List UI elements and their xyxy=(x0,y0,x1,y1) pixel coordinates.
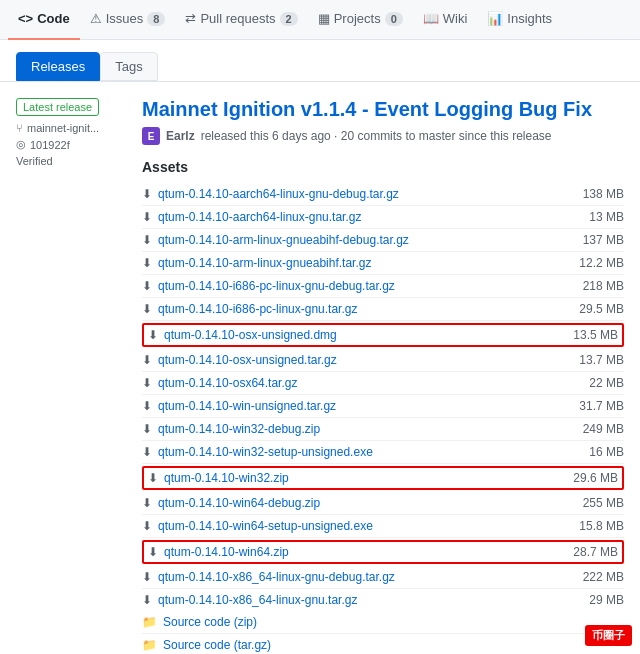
pulls-badge: 2 xyxy=(280,12,298,26)
asset-link[interactable]: qtum-0.14.10-win32.zip xyxy=(164,471,289,485)
asset-size: 137 MB xyxy=(569,233,624,247)
asset-row: ⬇qtum-0.14.10-win-unsigned.tar.gz31.7 MB xyxy=(142,395,624,418)
issues-badge: 8 xyxy=(147,12,165,26)
download-icon: ⬇ xyxy=(142,279,152,293)
release-title[interactable]: Mainnet Ignition v1.1.4 - Event Logging … xyxy=(142,98,624,121)
asset-link[interactable]: qtum-0.14.10-aarch64-linux-gnu.tar.gz xyxy=(158,210,361,224)
asset-size: 29.5 MB xyxy=(569,302,624,316)
asset-link[interactable]: qtum-0.14.10-win64-debug.zip xyxy=(158,496,320,510)
source-asset-row: 📁Source code (zip) xyxy=(142,611,624,634)
asset-row: ⬇qtum-0.14.10-i686-pc-linux-gnu-debug.ta… xyxy=(142,275,624,298)
asset-size: 218 MB xyxy=(569,279,624,293)
asset-link[interactable]: qtum-0.14.10-arm-linux-gnueabihf-debug.t… xyxy=(158,233,409,247)
nav-insights[interactable]: 📊 Insights xyxy=(477,0,562,40)
source-link[interactable]: Source code (zip) xyxy=(163,615,257,629)
download-icon: ⬇ xyxy=(142,376,152,390)
watermark: 币圈子 xyxy=(585,625,632,646)
download-icon: ⬇ xyxy=(148,328,158,342)
main-content: Latest release ⑂ mainnet-ignit... ◎ 1019… xyxy=(0,82,640,654)
download-icon: ⬇ xyxy=(142,233,152,247)
sidebar-commit: ◎ 101922f xyxy=(16,138,126,151)
download-icon: ⬇ xyxy=(142,593,152,607)
asset-size: 29.6 MB xyxy=(563,471,618,485)
asset-size: 15.8 MB xyxy=(569,519,624,533)
latest-release-badge: Latest release xyxy=(16,98,99,116)
asset-link[interactable]: qtum-0.14.10-x86_64-linux-gnu-debug.tar.… xyxy=(158,570,395,584)
release-sidebar: Latest release ⑂ mainnet-ignit... ◎ 1019… xyxy=(16,98,126,654)
asset-link[interactable]: qtum-0.14.10-i686-pc-linux-gnu.tar.gz xyxy=(158,302,357,316)
asset-size: 222 MB xyxy=(569,570,624,584)
author-avatar: E xyxy=(142,127,160,145)
release-meta-text: released this 6 days ago · 20 commits to… xyxy=(201,129,552,143)
download-icon: ⬇ xyxy=(142,256,152,270)
folder-icon: 📁 xyxy=(142,615,157,629)
nav-code[interactable]: <> Code xyxy=(8,0,80,40)
asset-link[interactable]: qtum-0.14.10-osx-unsigned.dmg xyxy=(164,328,337,342)
asset-link[interactable]: qtum-0.14.10-win32-debug.zip xyxy=(158,422,320,436)
sidebar-branch: ⑂ mainnet-ignit... xyxy=(16,122,126,134)
tags-tab[interactable]: Tags xyxy=(100,52,157,81)
source-assets-list: 📁Source code (zip)📁Source code (tar.gz) xyxy=(142,611,624,654)
asset-link[interactable]: qtum-0.14.10-osx-unsigned.tar.gz xyxy=(158,353,337,367)
releases-tab[interactable]: Releases xyxy=(16,52,100,81)
asset-size: 16 MB xyxy=(569,445,624,459)
asset-size: 28.7 MB xyxy=(563,545,618,559)
code-icon: <> xyxy=(18,11,33,26)
asset-row: ⬇qtum-0.14.10-arm-linux-gnueabihf-debug.… xyxy=(142,229,624,252)
release-detail: Mainnet Ignition v1.1.4 - Event Logging … xyxy=(142,98,624,654)
asset-row: ⬇qtum-0.14.10-win32.zip29.6 MB xyxy=(142,466,624,490)
nav-pulls[interactable]: ⇄ Pull requests 2 xyxy=(175,0,307,40)
source-link[interactable]: Source code (tar.gz) xyxy=(163,638,271,652)
asset-size: 31.7 MB xyxy=(569,399,624,413)
asset-row: ⬇qtum-0.14.10-win32-setup-unsigned.exe16… xyxy=(142,441,624,464)
asset-size: 255 MB xyxy=(569,496,624,510)
sidebar-verified: Verified xyxy=(16,155,126,167)
download-icon: ⬇ xyxy=(142,399,152,413)
asset-size: 29 MB xyxy=(569,593,624,607)
asset-link[interactable]: qtum-0.14.10-osx64.tar.gz xyxy=(158,376,297,390)
assets-section-title: Assets xyxy=(142,159,624,175)
asset-size: 22 MB xyxy=(569,376,624,390)
asset-size: 13.5 MB xyxy=(563,328,618,342)
asset-link[interactable]: qtum-0.14.10-win32-setup-unsigned.exe xyxy=(158,445,373,459)
asset-size: 249 MB xyxy=(569,422,624,436)
folder-icon: 📁 xyxy=(142,638,157,652)
asset-link[interactable]: qtum-0.14.10-x86_64-linux-gnu.tar.gz xyxy=(158,593,357,607)
nav-projects[interactable]: ▦ Projects 0 xyxy=(308,0,413,40)
top-nav: <> Code ⚠ Issues 8 ⇄ Pull requests 2 ▦ P… xyxy=(0,0,640,40)
asset-link[interactable]: qtum-0.14.10-win-unsigned.tar.gz xyxy=(158,399,336,413)
asset-size: 138 MB xyxy=(569,187,624,201)
wiki-icon: 📖 xyxy=(423,11,439,26)
author-name: Earlz xyxy=(166,129,195,143)
projects-badge: 0 xyxy=(385,12,403,26)
download-icon: ⬇ xyxy=(142,519,152,533)
asset-row: ⬇qtum-0.14.10-aarch64-linux-gnu-debug.ta… xyxy=(142,183,624,206)
asset-row: ⬇qtum-0.14.10-x86_64-linux-gnu.tar.gz29 … xyxy=(142,589,624,611)
asset-row: ⬇qtum-0.14.10-win64-debug.zip255 MB xyxy=(142,492,624,515)
source-asset-row: 📁Source code (tar.gz) xyxy=(142,634,624,654)
asset-link[interactable]: qtum-0.14.10-arm-linux-gnueabihf.tar.gz xyxy=(158,256,371,270)
download-icon: ⬇ xyxy=(148,545,158,559)
asset-row: ⬇qtum-0.14.10-win32-debug.zip249 MB xyxy=(142,418,624,441)
insights-icon: 📊 xyxy=(487,11,503,26)
asset-row: ⬇qtum-0.14.10-x86_64-linux-gnu-debug.tar… xyxy=(142,566,624,589)
assets-list: ⬇qtum-0.14.10-aarch64-linux-gnu-debug.ta… xyxy=(142,183,624,611)
asset-link[interactable]: qtum-0.14.10-win64.zip xyxy=(164,545,289,559)
download-icon: ⬇ xyxy=(148,471,158,485)
asset-link[interactable]: qtum-0.14.10-win64-setup-unsigned.exe xyxy=(158,519,373,533)
commit-icon: ◎ xyxy=(16,138,26,151)
pullrequest-icon: ⇄ xyxy=(185,11,196,26)
download-icon: ⬇ xyxy=(142,187,152,201)
nav-wiki[interactable]: 📖 Wiki xyxy=(413,0,478,40)
issues-icon: ⚠ xyxy=(90,11,102,26)
asset-row: ⬇qtum-0.14.10-i686-pc-linux-gnu.tar.gz29… xyxy=(142,298,624,321)
release-meta: E Earlz released this 6 days ago · 20 co… xyxy=(142,127,624,145)
asset-link[interactable]: qtum-0.14.10-aarch64-linux-gnu-debug.tar… xyxy=(158,187,399,201)
projects-icon: ▦ xyxy=(318,11,330,26)
asset-size: 12.2 MB xyxy=(569,256,624,270)
download-icon: ⬇ xyxy=(142,570,152,584)
nav-issues[interactable]: ⚠ Issues 8 xyxy=(80,0,176,40)
download-icon: ⬇ xyxy=(142,422,152,436)
asset-link[interactable]: qtum-0.14.10-i686-pc-linux-gnu-debug.tar… xyxy=(158,279,395,293)
download-icon: ⬇ xyxy=(142,445,152,459)
